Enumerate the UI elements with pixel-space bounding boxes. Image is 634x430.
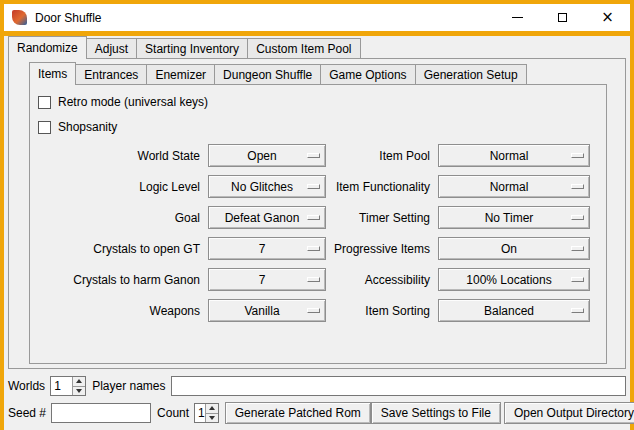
window-title: Door Shuffle bbox=[35, 11, 495, 25]
dropdown-indicator-icon bbox=[571, 277, 584, 282]
titlebar: Door Shuffle × bbox=[4, 4, 630, 31]
tab-adjust[interactable]: Adjust bbox=[86, 38, 137, 58]
seed-input[interactable] bbox=[51, 403, 151, 423]
minimize-icon bbox=[512, 17, 523, 18]
worlds-label: Worlds bbox=[8, 379, 45, 393]
timer-setting-label: Timer Setting bbox=[326, 211, 438, 225]
progressive-items-value: On bbox=[501, 242, 527, 256]
tab-game-options[interactable]: Game Options bbox=[320, 64, 415, 84]
count-label: Count bbox=[157, 406, 189, 420]
spin-up-button[interactable] bbox=[73, 377, 85, 386]
item-pool-value: Normal bbox=[490, 149, 539, 163]
tab-dungeon-shuffle[interactable]: Dungeon Shuffle bbox=[214, 64, 321, 84]
settings-grid: World State Open Logic Level No Glitches bbox=[38, 144, 598, 322]
spin-down-button[interactable] bbox=[206, 413, 218, 423]
worlds-spinner-arrows bbox=[72, 377, 85, 395]
crystals-ganon-dropdown[interactable]: 7 bbox=[208, 268, 326, 291]
seed-row: Seed # Count 1 Generate Patched Rom Save… bbox=[8, 402, 626, 424]
world-state-row: World State Open bbox=[38, 144, 326, 167]
goal-dropdown[interactable]: Defeat Ganon bbox=[208, 206, 326, 229]
arrow-down-icon bbox=[76, 389, 82, 393]
shopsanity-row: Shopsanity bbox=[38, 118, 598, 136]
crystals-ganon-label: Crystals to harm Ganon bbox=[38, 273, 208, 287]
generate-patched-rom-button[interactable]: Generate Patched Rom bbox=[225, 402, 371, 424]
item-pool-row: Item Pool Normal bbox=[326, 144, 590, 167]
player-names-input[interactable] bbox=[171, 376, 627, 396]
count-value: 1 bbox=[195, 404, 205, 422]
close-button[interactable]: × bbox=[585, 4, 630, 31]
app-icon bbox=[12, 10, 27, 25]
dropdown-indicator-icon bbox=[307, 153, 320, 158]
tab-enemizer[interactable]: Enemizer bbox=[146, 64, 215, 84]
dropdown-indicator-icon bbox=[571, 308, 584, 313]
retro-mode-label: Retro mode (universal keys) bbox=[58, 95, 208, 109]
timer-setting-row: Timer Setting No Timer bbox=[326, 206, 590, 229]
crystals-ganon-row: Crystals to harm Ganon 7 bbox=[38, 268, 326, 291]
progressive-items-label: Progressive Items bbox=[326, 242, 438, 256]
goal-label: Goal bbox=[38, 211, 208, 225]
worlds-value: 1 bbox=[51, 377, 72, 395]
timer-setting-value: No Timer bbox=[485, 211, 544, 225]
item-functionality-dropdown[interactable]: Normal bbox=[438, 175, 590, 198]
dropdown-indicator-icon bbox=[571, 153, 584, 158]
secondary-tab-bar: Items Entrances Enemizer Dungeon Shuffle… bbox=[29, 62, 625, 84]
worlds-row: Worlds 1 Player names bbox=[8, 375, 626, 397]
spin-down-button[interactable] bbox=[73, 386, 85, 396]
accessibility-dropdown[interactable]: 100% Locations bbox=[438, 268, 590, 291]
dropdown-indicator-icon bbox=[307, 308, 320, 313]
count-spinner-arrows bbox=[205, 404, 218, 422]
weapons-row: Weapons Vanilla bbox=[38, 299, 326, 322]
count-spinner[interactable]: 1 bbox=[194, 403, 219, 423]
crystals-gt-label: Crystals to open GT bbox=[38, 242, 208, 256]
items-pane: Retro mode (universal keys) Shopsanity W… bbox=[29, 84, 607, 364]
item-sorting-dropdown[interactable]: Balanced bbox=[438, 299, 590, 322]
item-pool-dropdown[interactable]: Normal bbox=[438, 144, 590, 167]
item-functionality-label: Item Functionality bbox=[326, 180, 438, 194]
world-state-label: World State bbox=[38, 149, 208, 163]
item-functionality-value: Normal bbox=[490, 180, 539, 194]
open-output-directory-button[interactable]: Open Output Directory bbox=[504, 402, 634, 424]
logic-level-dropdown[interactable]: No Glitches bbox=[208, 175, 326, 198]
accessibility-value: 100% Locations bbox=[466, 273, 561, 287]
logic-level-row: Logic Level No Glitches bbox=[38, 175, 326, 198]
save-settings-button[interactable]: Save Settings to File bbox=[371, 402, 501, 424]
timer-setting-dropdown[interactable]: No Timer bbox=[438, 206, 590, 229]
dropdown-indicator-icon bbox=[571, 246, 584, 251]
accessibility-row: Accessibility 100% Locations bbox=[326, 268, 590, 291]
world-state-dropdown[interactable]: Open bbox=[208, 144, 326, 167]
item-sorting-label: Item Sorting bbox=[326, 304, 438, 318]
seed-label: Seed # bbox=[8, 406, 46, 420]
close-icon: × bbox=[601, 10, 614, 25]
shopsanity-label: Shopsanity bbox=[58, 120, 117, 134]
weapons-value: Vanilla bbox=[244, 304, 289, 318]
maximize-button[interactable] bbox=[540, 4, 585, 31]
arrow-up-icon bbox=[76, 379, 82, 383]
logic-level-label: Logic Level bbox=[38, 180, 208, 194]
crystals-gt-row: Crystals to open GT 7 bbox=[38, 237, 326, 260]
item-sorting-row: Item Sorting Balanced bbox=[326, 299, 590, 322]
crystals-gt-dropdown[interactable]: 7 bbox=[208, 237, 326, 260]
dropdown-indicator-icon bbox=[307, 246, 320, 251]
dropdown-indicator-icon bbox=[571, 184, 584, 189]
shopsanity-checkbox[interactable] bbox=[38, 121, 51, 134]
progressive-items-dropdown[interactable]: On bbox=[438, 237, 590, 260]
tab-generation-setup[interactable]: Generation Setup bbox=[415, 64, 527, 84]
tab-items[interactable]: Items bbox=[29, 62, 76, 85]
worlds-spinner[interactable]: 1 bbox=[50, 376, 86, 396]
window: Door Shuffle × Randomize Adjust Starting… bbox=[0, 0, 634, 430]
player-names-label: Player names bbox=[92, 379, 165, 393]
arrow-up-icon bbox=[209, 406, 215, 410]
tab-entrances[interactable]: Entrances bbox=[75, 64, 147, 84]
tab-randomize[interactable]: Randomize bbox=[8, 36, 87, 59]
settings-column-right: Item Pool Normal Item Functionality Norm… bbox=[326, 144, 590, 322]
retro-mode-checkbox[interactable] bbox=[38, 96, 51, 109]
crystals-gt-value: 7 bbox=[259, 242, 276, 256]
weapons-label: Weapons bbox=[38, 304, 208, 318]
settings-column-left: World State Open Logic Level No Glitches bbox=[38, 144, 326, 322]
goal-row: Goal Defeat Ganon bbox=[38, 206, 326, 229]
tab-custom-item-pool[interactable]: Custom Item Pool bbox=[247, 38, 360, 58]
tab-starting-inventory[interactable]: Starting Inventory bbox=[136, 38, 248, 58]
weapons-dropdown[interactable]: Vanilla bbox=[208, 299, 326, 322]
minimize-button[interactable] bbox=[495, 4, 540, 31]
spin-up-button[interactable] bbox=[206, 404, 218, 413]
